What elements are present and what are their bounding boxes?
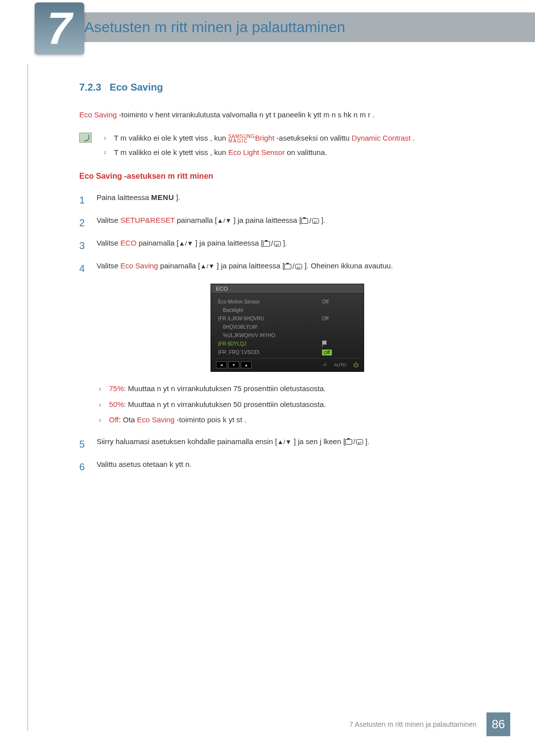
source-enter-icon: / <box>345 435 363 449</box>
osd-down-icon: ▼ <box>228 361 239 368</box>
note-item-1: T m valikko ei ole k ytett viss , kun SA… <box>104 131 495 146</box>
header-bar: Asetusten m ritt minen ja palauttaminen <box>35 12 535 42</box>
source-icon <box>284 264 291 269</box>
osd-label: (FR ,FRQ 'LVSOD\ <box>218 350 322 355</box>
step-text: Valitse Eco Saving painamalla [▲/▼ ] ja … <box>97 259 495 273</box>
note-icon <box>79 133 92 143</box>
value-options-list: 75%: Muuttaa n yt n virrankulutuksen 75 … <box>99 381 495 428</box>
source-enter-icon: / <box>284 259 302 274</box>
setup-reset-label: SETUP&RESET <box>120 216 175 224</box>
note-list: T m valikko ei ole k ytett viss , kun SA… <box>104 131 495 159</box>
footer-text: 7 Asetusten m ritt minen ja palauttamine… <box>349 720 477 728</box>
section-heading: 7.2.3 Eco Saving <box>79 82 495 93</box>
step-4: 4 Valitse Eco Saving painamalla [▲/▼ ] j… <box>79 259 495 278</box>
osd-row-light-sensor: (FR /LJKW 6HQVRUOff <box>213 314 362 323</box>
dynamic-contrast-label: Dynamic Contrast <box>352 134 411 142</box>
enter-icon <box>295 264 302 269</box>
osd-label: Eco Motion Sensor <box>218 299 322 304</box>
note1-post: -asetukseksi on valittu <box>274 134 352 142</box>
page-footer: 7 Asetusten m ritt minen ja palauttamine… <box>349 712 510 736</box>
s4-end: ]. Oheinen ikkuna avautuu. <box>302 261 393 270</box>
s4-mid2: ] ja paina laitteessa [ <box>214 261 284 270</box>
s5-pre: Siirry haluamasi asetuksen kohdalle pain… <box>97 437 277 446</box>
intro-desc: -toiminto v hent virrankulutusta valvoma… <box>117 110 374 119</box>
left-margin-rule <box>27 64 28 731</box>
s3-mid1: painamalla [ <box>137 239 179 247</box>
arrow-keys-icon: ▲/▼ <box>217 217 231 224</box>
osd-row-backlight: Backlight <box>213 306 362 314</box>
eco-light-sensor-label: Eco Light Sensor <box>228 148 285 156</box>
osd-value-box: Off <box>322 350 332 355</box>
note1-end: . <box>411 134 415 142</box>
osd-right-buttons: ⏎ AUTO ⏻ <box>323 362 359 368</box>
arrow-keys-icon: ▲/▼ <box>200 262 214 270</box>
s3-mid2: ] ja paina laitteessa [ <box>193 239 263 247</box>
header-title: Asetusten m ritt minen ja palauttaminen <box>84 19 345 36</box>
value-off-end: -toiminto pois k yt st . <box>174 415 246 424</box>
step-1: 1 Paina laitteessa MENU ]. <box>79 191 495 209</box>
step-text: Valitse SETUP&RESET painamalla [▲/▼ ] ja… <box>97 213 495 228</box>
osd-label: (FR 6DYLQJ <box>218 341 322 347</box>
note2-end: on valittuna. <box>285 148 327 156</box>
osd-value: Off <box>322 316 357 321</box>
step-num: 3 <box>79 236 89 255</box>
osd-screenshot: ECO Eco Motion SensorOff Backlight (FR /… <box>211 284 364 372</box>
osd-label: (FR /LJKW 6HQVRU <box>218 316 322 321</box>
value-50-label: 50% <box>109 400 124 408</box>
intro-text: Eco Saving -toiminto v hent virrankulutu… <box>79 108 495 121</box>
step-list: 1 Paina laitteessa MENU ]. 2 Valitse SET… <box>79 191 495 278</box>
osd-enter-icon: ⏎ <box>323 362 327 367</box>
enter-icon <box>312 218 319 224</box>
step-text: Valittu asetus otetaan k ytt n. <box>97 457 495 472</box>
page-number: 86 <box>492 717 505 731</box>
step-6: 6 Valittu asetus otetaan k ytt n. <box>79 457 495 476</box>
osd-row-brightness: %ULJKWQHVV /HYHO <box>213 331 362 340</box>
s1-post: ]. <box>174 193 180 202</box>
osd-body: Eco Motion SensorOff Backlight (FR /LJKW… <box>211 294 364 358</box>
step-list-cont: 5 Siirry haluamasi asetuksen kohdalle pa… <box>79 435 495 476</box>
source-enter-icon: / <box>263 237 281 251</box>
value-off-mid: : Ota <box>119 415 137 424</box>
osd-row-sensitivity: 6HQVLWLYLW\ <box>213 323 362 331</box>
s1-pre: Paina laitteessa <box>97 193 151 202</box>
step-num: 2 <box>79 213 89 232</box>
feature-name: Eco Saving <box>79 110 117 119</box>
s4-pre: Valitse <box>97 261 120 270</box>
value-50-text: : Muuttaa n yt n virrankulutuksen 50 pro… <box>124 400 326 408</box>
page-number-box: 86 <box>486 712 510 736</box>
source-icon <box>345 439 352 445</box>
s5-end: ]. <box>363 437 370 446</box>
value-75-label: 75% <box>109 384 124 393</box>
value-item-off: Off: Ota Eco Saving -toiminto pois k yt … <box>99 412 495 428</box>
step-num: 1 <box>79 191 89 209</box>
note2-pre: T m valikko ei ole k ytett viss , kun <box>114 148 228 156</box>
step-num: 5 <box>79 435 89 454</box>
note-block: T m valikko ei ole k ytett viss , kun SA… <box>79 131 495 159</box>
step-2: 2 Valitse SETUP&RESET painamalla [▲/▼ ] … <box>79 213 495 232</box>
step-num: 6 <box>79 457 89 476</box>
step-text: Siirry haluamasi asetuksen kohdalle pain… <box>97 435 495 449</box>
value-item-50: 50%: Muuttaa n yt n virrankulutuksen 50 … <box>99 397 495 412</box>
arrow-keys-icon: ▲/▼ <box>277 438 291 446</box>
enter-icon <box>356 439 363 445</box>
s3-end: ]. <box>281 239 287 247</box>
osd-power-icon: ⏻ <box>353 362 359 368</box>
osd-label: Backlight <box>223 307 357 313</box>
step-text: Valitse ECO painamalla [▲/▼ ] ja paina l… <box>97 236 495 251</box>
osd-left-icon: ◄ <box>216 361 227 368</box>
osd-nav-buttons: ◄ ▼ ▲ <box>216 361 252 368</box>
samsung-magic-label: SAMSUNGMAGIC <box>228 134 255 143</box>
value-off-feature: Eco Saving <box>137 415 174 424</box>
s2-pre: Valitse <box>97 216 120 224</box>
osd-label: 6HQVLWLYLW\ <box>223 324 357 330</box>
osd-row-icon-display: (FR ,FRQ 'LVSOD\Off <box>213 348 362 357</box>
step-num: 4 <box>79 259 89 278</box>
osd-auto-label: AUTO <box>334 362 346 367</box>
osd-row-eco-saving-active: (FR 6DYLQJ <box>213 340 362 348</box>
osd-value: Off <box>322 299 357 304</box>
osd-row-eco-motion: Eco Motion SensorOff <box>213 298 362 306</box>
osd-up-icon: ▲ <box>241 361 252 368</box>
s4-mid1: painamalla [ <box>158 261 200 270</box>
eco-label: ECO <box>120 239 137 247</box>
s5-mid: ] ja sen j lkeen [ <box>292 437 345 446</box>
